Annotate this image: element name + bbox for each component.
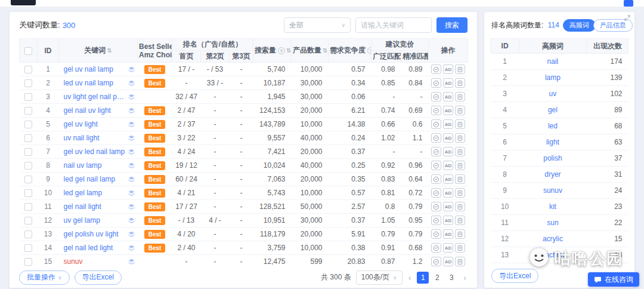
page-button-1[interactable]: 1 [417,272,429,284]
detail-icon[interactable] [455,229,465,239]
trend-icon[interactable] [431,229,441,239]
sort-icon[interactable]: ⇅ [286,47,291,54]
layers-icon[interactable] [128,107,135,115]
detail-icon[interactable] [455,64,465,74]
select-all-checkbox[interactable] [24,47,32,55]
ad-icon[interactable]: AD [443,147,453,156]
row-checkbox[interactable] [24,107,32,115]
trend-icon[interactable] [431,257,441,266]
layers-icon[interactable] [128,148,135,156]
detail-icon[interactable] [455,133,465,143]
detail-icon[interactable] [455,202,465,211]
row-checkbox[interactable] [24,121,32,128]
prev-page-button[interactable]: ‹ [407,273,413,282]
layers-icon[interactable] [128,121,135,128]
layers-icon[interactable] [128,258,135,266]
keyword-link[interactable]: gel uv led nail lamp [64,147,125,156]
trend-icon[interactable] [431,243,441,253]
trend-icon[interactable] [431,174,441,184]
filter-select[interactable]: 全部 ∨ [284,17,351,33]
ad-icon[interactable]: AD [443,119,453,129]
trend-icon[interactable] [431,119,441,129]
ad-icon[interactable]: AD [443,202,453,211]
ad-icon[interactable]: AD [443,216,453,225]
layers-icon[interactable] [128,93,135,101]
ad-icon[interactable]: AD [443,243,453,253]
freq-word-link[interactable]: polish [543,154,562,162]
row-checkbox[interactable] [24,230,32,238]
ad-icon[interactable]: AD [443,78,453,88]
layers-icon[interactable] [128,244,135,252]
page-size-select[interactable]: 100条/页 ∨ [356,270,402,285]
freq-word-link[interactable]: nail [547,57,559,66]
freq-word-link[interactable]: light [546,138,559,146]
browser-extension-icon[interactable] [624,0,633,7]
keyword-link[interactable]: uv nail light [64,134,100,142]
page-button-2[interactable]: 2 [431,272,443,284]
next-page-button[interactable]: › [462,273,467,282]
row-checkbox[interactable] [24,203,32,211]
ad-icon[interactable]: AD [443,64,453,74]
search-button[interactable]: 搜索 [436,17,467,33]
detail-icon[interactable] [455,216,465,225]
detail-icon[interactable] [455,119,465,129]
freq-export-excel-button[interactable]: 导出Excel [491,269,538,283]
freq-word-link[interactable]: uv [549,90,557,98]
ad-icon[interactable]: AD [443,174,453,184]
trend-icon[interactable] [431,161,441,170]
freq-word-link[interactable]: gel [548,106,558,114]
ad-icon[interactable]: AD [443,92,453,102]
layers-icon[interactable] [128,134,135,142]
row-checkbox[interactable] [24,217,32,225]
detail-icon[interactable] [455,188,465,198]
detail-icon[interactable] [455,78,465,88]
ad-icon[interactable]: AD [443,188,453,198]
ad-icon[interactable]: AD [443,106,453,115]
ad-icon[interactable]: AD [443,133,453,143]
freq-word-link[interactable]: acrylic [543,235,563,243]
trend-icon[interactable] [431,78,441,88]
row-checkbox[interactable] [24,258,32,266]
row-checkbox[interactable] [24,148,32,156]
layers-icon[interactable] [128,66,135,73]
freq-word-link[interactable]: sun [547,219,558,227]
layers-icon[interactable] [128,230,135,238]
page-button-3[interactable]: 3 [445,272,457,284]
trend-icon[interactable] [431,147,441,156]
sort-icon[interactable]: ⇅ [107,47,112,54]
keyword-link[interactable]: gel nail led light [64,244,113,252]
trend-icon[interactable] [431,188,441,198]
trend-icon[interactable] [431,106,441,115]
keyword-link[interactable]: gel uv light [64,120,98,128]
freq-word-link[interactable]: machine [539,251,566,259]
row-checkbox[interactable] [24,66,32,73]
keyword-link[interactable]: gel nail uv light [64,106,111,115]
row-checkbox[interactable] [24,79,32,87]
trend-icon[interactable] [431,216,441,225]
row-checkbox[interactable] [24,162,32,170]
layers-icon[interactable] [128,189,135,197]
layers-icon[interactable] [128,162,135,170]
keyword-link[interactable]: gel polish uv light [64,230,119,238]
export-excel-button[interactable]: 导出Excel [75,270,122,285]
freq-word-link[interactable]: sunuv [543,186,562,195]
keyword-link[interactable]: led gel lamp [64,189,103,197]
freq-word-link[interactable]: lamp [545,73,561,82]
online-chat-button[interactable]: 在线咨询 [588,272,639,287]
layers-icon[interactable] [128,176,135,183]
row-checkbox[interactable] [24,244,32,252]
trend-icon[interactable] [431,64,441,74]
keyword-link[interactable]: uv gel lamp [64,216,100,225]
detail-icon[interactable] [455,106,465,115]
batch-actions-button[interactable]: 批量操作∨ [19,270,70,285]
row-checkbox[interactable] [24,134,32,142]
layers-icon[interactable] [128,217,135,225]
help-icon[interactable]: ? [367,47,371,54]
help-icon[interactable]: ? [278,47,285,54]
keyword-link[interactable]: led uv nail lamp [64,79,113,87]
layers-icon[interactable] [128,203,135,211]
freq-word-link[interactable]: led [548,122,558,130]
keyword-link[interactable]: gel uv nail lamp [64,65,113,73]
detail-icon[interactable] [455,257,465,266]
freq-word-link[interactable]: dryer [544,170,561,179]
